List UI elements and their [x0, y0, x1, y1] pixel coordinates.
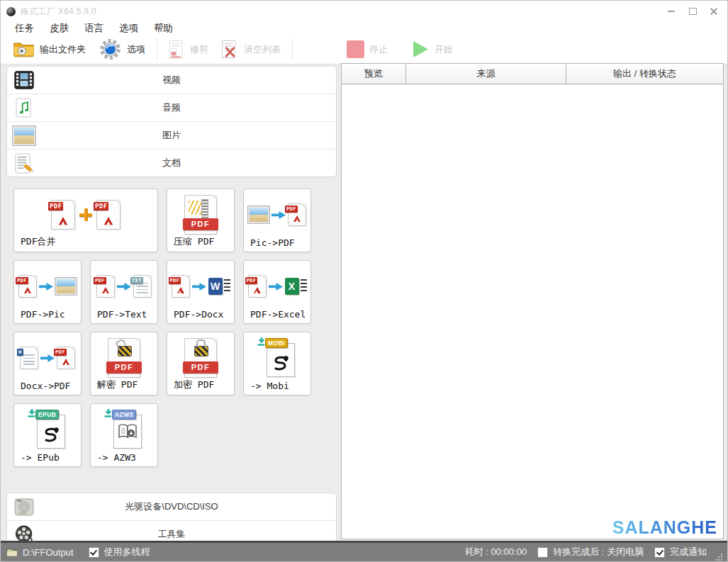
close-button[interactable] [703, 4, 724, 18]
queue-col-source: 来源 [406, 64, 566, 84]
tool-label: -> AZW3 [97, 452, 136, 463]
pdf-to-text-icon: PDF TXT [91, 266, 157, 307]
toolbar-separator [292, 39, 293, 60]
window-title: 格式工厂 X64 5.8.0 [21, 6, 96, 18]
download-arrow-icon [28, 409, 38, 419]
conversion-queue[interactable]: SALANGHE [342, 84, 723, 539]
arrow-right-icon [117, 282, 131, 291]
app-window: 格式工厂 X64 5.8.0 任务 皮肤 语言 选项 帮助 输出文件夹 选项 [0, 0, 728, 562]
queue-header: 预览 来源 输出 / 转换状态 [342, 64, 723, 84]
queue-col-preview: 预览 [342, 64, 406, 84]
multithread-checkbox[interactable] [89, 547, 99, 558]
maximize-button[interactable] [682, 4, 703, 18]
output-folder-button[interactable]: 输出文件夹 [6, 37, 92, 62]
gear-icon [99, 38, 122, 61]
excel-icon: X [285, 278, 307, 295]
tool-decrypt-pdf[interactable]: PDF 解密 PDF [90, 332, 158, 395]
output-path-folder-icon [6, 547, 18, 557]
menu-task[interactable]: 任务 [12, 21, 37, 35]
clip-button[interactable]: 修剪 [162, 37, 215, 62]
multithread-label[interactable]: 使用多线程 [104, 546, 150, 558]
category-list: 视频 音频 图片 文档 [6, 66, 337, 177]
clear-list-icon [221, 40, 239, 59]
pic-to-pdf-icon: PDF [244, 194, 310, 235]
tool-label: PDF->Docx [174, 309, 223, 320]
resize-grip[interactable] [715, 553, 723, 561]
tool-pdf-merge[interactable]: PDF PDF PDF合并 [13, 189, 158, 252]
tool-pdf-to-text[interactable]: PDF TXT PDF->Text [90, 260, 158, 324]
to-mobi-icon: MOBI [244, 337, 310, 378]
arrow-right-icon [271, 210, 286, 220]
compress-pdf-icon: PDF [167, 194, 234, 235]
toolbar-separator [157, 39, 157, 60]
conversion-panel: 预览 来源 输出 / 转换状态 SALANGHE [341, 63, 724, 539]
tool-label: Docx->PDF [21, 381, 70, 391]
menu-help[interactable]: 帮助 [151, 21, 176, 35]
tool-label: 加密 PDF [174, 378, 214, 391]
tool-label: -> Mobi [250, 381, 289, 391]
to-epub-icon: EPUB [14, 409, 81, 450]
arrow-right-icon [269, 282, 283, 291]
elapsed-time: 耗时 : 00:00:00 [465, 546, 527, 558]
tool-pdf-to-docx[interactable]: PDF W PDF->Docx [167, 260, 235, 324]
to-azw3-icon: AZW3 [91, 409, 157, 450]
decrypt-pdf-icon: PDF [91, 337, 157, 378]
tool-label: Pic->PDF [250, 237, 295, 248]
clear-list-button[interactable]: 清空列表 [215, 37, 287, 62]
status-bar: D:\FFOutput 使用多线程 耗时 : 00:00:00 转换完成后 : … [1, 541, 727, 561]
tool-label: 压缩 PDF [174, 235, 214, 248]
tool-to-epub[interactable]: EPUB -> EPub [13, 403, 82, 467]
film-strip-icon [12, 71, 36, 89]
start-button[interactable]: 开始 [404, 37, 459, 62]
tool-to-mobi[interactable]: MOBI -> Mobi [243, 332, 311, 395]
category-video[interactable]: 视频 [7, 67, 336, 94]
output-folder-path[interactable]: D:\FFOutput [23, 547, 74, 558]
menu-skin[interactable]: 皮肤 [47, 21, 72, 35]
tool-to-azw3[interactable]: AZW3 -> AZW3 [90, 403, 158, 467]
arrow-right-icon [40, 354, 55, 363]
word-icon: W [208, 278, 230, 295]
stop-button[interactable]: 停止 [340, 37, 394, 62]
tool-compress-pdf[interactable]: PDF 压缩 PDF [167, 189, 235, 252]
music-note-icon [12, 98, 36, 118]
tool-pdf-to-pic[interactable]: PDF PDF->Pic [13, 260, 82, 324]
category-dvd-label: 光驱设备\DVD\CD\ISO [7, 500, 336, 513]
menu-options[interactable]: 选项 [116, 21, 141, 35]
pdf-to-excel-icon: PDF X [244, 266, 310, 307]
lock-icon [194, 346, 208, 356]
clip-label: 修剪 [190, 43, 208, 56]
start-icon [410, 40, 430, 59]
queue-col-output-status: 输出 / 转换状态 [566, 64, 723, 84]
tool-docx-to-pdf[interactable]: W PDF Docx->PDF [13, 332, 82, 395]
tool-label: 解密 PDF [97, 378, 138, 391]
category-video-label: 视频 [7, 74, 336, 86]
category-audio[interactable]: 音频 [7, 94, 336, 122]
tool-label: PDF->Text [97, 309, 147, 320]
options-button[interactable]: 选项 [92, 37, 152, 62]
snake-icon [271, 349, 290, 371]
notify-checkbox[interactable] [654, 547, 665, 558]
category-picture[interactable]: 图片 [7, 122, 336, 150]
minimize-button[interactable] [661, 4, 682, 18]
stop-icon [347, 40, 364, 58]
category-audio-label: 音频 [7, 101, 336, 114]
category-toolset-label: 工具集 [7, 528, 336, 541]
tool-label: PDF合并 [21, 235, 55, 248]
pdf-to-docx-icon: PDF W [167, 266, 234, 307]
menu-bar: 任务 皮肤 语言 选项 帮助 [1, 21, 727, 36]
category-document[interactable]: 文档 [7, 150, 336, 176]
shutdown-after-label[interactable]: 转换完成后 : 关闭电脑 [553, 546, 644, 558]
optical-drive-icon [12, 498, 36, 516]
header-area: 格式工厂 X64 5.8.0 任务 皮肤 语言 选项 帮助 输出文件夹 选项 [1, 1, 727, 64]
arrow-right-icon [39, 282, 53, 291]
category-dvd-cd-iso[interactable]: 光驱设备\DVD\CD\ISO [7, 493, 336, 521]
notify-label[interactable]: 完成通知 [670, 546, 707, 558]
tool-pdf-to-excel[interactable]: PDF X PDF->Excel [243, 260, 311, 324]
tool-encrypt-pdf[interactable]: PDF 加密 PDF [167, 332, 235, 395]
menu-language[interactable]: 语言 [82, 21, 106, 35]
shutdown-after-checkbox[interactable] [537, 547, 548, 558]
window-controls [661, 4, 724, 18]
output-folder-label: 输出文件夹 [40, 43, 86, 56]
tool-pic-to-pdf[interactable]: PDF Pic->PDF [243, 189, 311, 252]
pdf-tools-grid: PDF PDF PDF合并 PDF 压缩 PDF PDF Pic->PDF [13, 189, 337, 467]
